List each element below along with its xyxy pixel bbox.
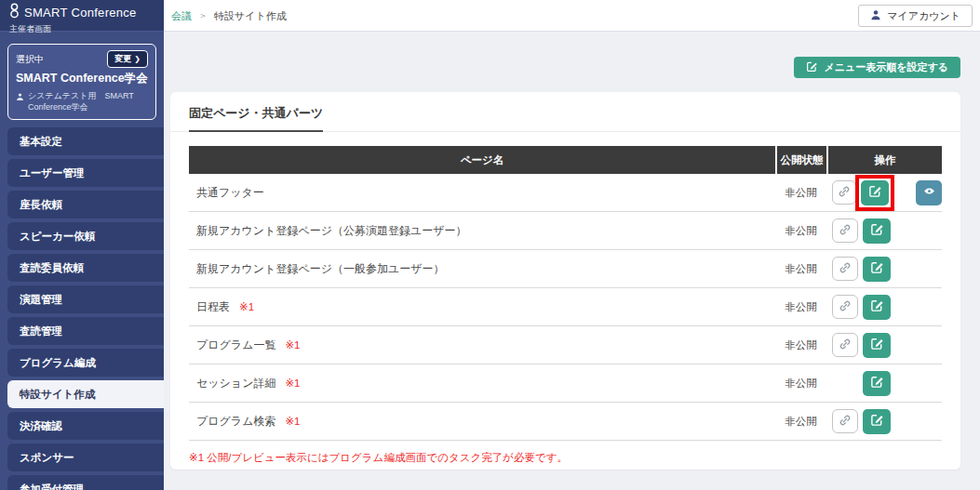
page-name: 共通フッター: [196, 185, 264, 201]
column-header-publish-status: 公開状態: [775, 146, 826, 174]
breadcrumb-current: 特設サイト作成: [214, 9, 287, 23]
link-icon: [839, 414, 852, 430]
sidebar-item-label: 査読管理: [20, 324, 62, 338]
status-badge: 非公開: [785, 415, 817, 429]
edit-button[interactable]: [863, 371, 891, 396]
sidebar-item-0[interactable]: 基本設定: [7, 127, 164, 155]
page-note: ※1: [285, 415, 300, 428]
link-button[interactable]: [832, 409, 858, 433]
change-conference-button[interactable]: 変更 ❯: [107, 50, 148, 68]
edit-button[interactable]: [863, 257, 891, 282]
edit-icon: [870, 298, 884, 315]
sidebar-item-11[interactable]: 参加受付管理: [7, 475, 164, 490]
table-row: 新規アカウント登録ページ（一般参加ユーザー） 非公開: [189, 250, 942, 288]
breadcrumb-link-conference[interactable]: 会議: [171, 9, 192, 23]
panel-title: 固定ページ・共通パーツ: [189, 105, 323, 132]
link-button[interactable]: [832, 295, 858, 319]
link-icon: [839, 299, 852, 315]
user-icon: [16, 90, 24, 113]
preview-button[interactable]: [916, 180, 942, 205]
logo-icon: [9, 3, 20, 22]
edit-button[interactable]: [863, 409, 891, 434]
edit-icon: [870, 222, 884, 239]
breadcrumb: 会議 ＞ 特設サイト作成: [171, 0, 287, 32]
link-icon: [838, 185, 851, 201]
sidebar-item-label: 参加受付管理: [20, 483, 84, 490]
sidebar-item-2[interactable]: 座長依頼: [7, 191, 164, 219]
logo-text: SMART Conference: [24, 6, 137, 20]
footnote: ※1 公開/プレビュー表示にはプログラム編成画面でのタスク完了が必要です。: [189, 451, 942, 465]
sidebar-menu: 基本設定ユーザー管理座長依頼スピーカー依頼査読委員依頼演題管理査読管理プログラム…: [0, 127, 164, 490]
change-button-label: 変更: [114, 53, 131, 65]
page: SMART Conference 主催者画面 選択中 変更 ❯ SMART Co…: [0, 0, 980, 490]
menu-order-button-label: メニュー表示順を設定する: [824, 60, 948, 74]
link-button[interactable]: [832, 180, 856, 205]
edit-button[interactable]: [863, 333, 891, 358]
table-row: セッション詳細 ※1 非公開: [189, 364, 942, 403]
fixed-pages-panel: 固定ページ・共通パーツ ページ名 公開状態 操作 共通フッター 非公開: [170, 92, 960, 470]
sidebar: SMART Conference 主催者画面 選択中 変更 ❯ SMART Co…: [0, 0, 164, 490]
page-note: ※1: [285, 338, 300, 351]
link-button[interactable]: [832, 219, 858, 243]
sidebar-item-label: スポンサー: [20, 451, 74, 465]
edit-button[interactable]: [863, 219, 891, 244]
sidebar-item-label: 特設サイト作成: [20, 388, 95, 402]
account-info: システムテスト用 SMART Conference学会: [16, 90, 148, 113]
page-name: プログラム検索: [196, 414, 275, 430]
table-row: プログラム検索 ※1 非公開: [189, 403, 942, 441]
edit-icon: [870, 260, 884, 277]
table-header: ページ名 公開状態 操作: [189, 146, 942, 174]
edit-icon: [806, 60, 818, 74]
sidebar-item-1[interactable]: ユーザー管理: [7, 159, 164, 187]
sidebar-subtitle: 主催者画面: [9, 23, 154, 35]
table-row: 新規アカウント登録ページ（公募演題登録ユーザー） 非公開: [189, 212, 942, 250]
page-name: 新規アカウント登録ページ（公募演題登録ユーザー）: [196, 223, 467, 239]
status-badge: 非公開: [785, 186, 817, 200]
edit-icon: [870, 375, 884, 391]
sidebar-item-label: スピーカー依頼: [20, 230, 95, 244]
status-badge: 非公開: [785, 300, 817, 314]
link-button[interactable]: [832, 333, 858, 357]
table-body: 共通フッター 非公開: [189, 174, 942, 441]
column-header-operations: 操作: [826, 146, 942, 174]
page-note: ※1: [285, 377, 300, 390]
chevron-right-icon: ❯: [134, 55, 141, 63]
sidebar-item-label: プログラム編成: [20, 356, 96, 370]
edit-button[interactable]: [861, 180, 889, 205]
link-icon: [839, 223, 852, 239]
sidebar-item-10[interactable]: スポンサー: [7, 444, 164, 471]
sidebar-item-6[interactable]: 査読管理: [7, 317, 164, 345]
conference-name: SMART Conference学会: [16, 71, 148, 86]
link-icon: [839, 261, 852, 277]
my-account-label: マイアカウント: [887, 9, 960, 23]
sidebar-item-label: 座長依頼: [20, 198, 62, 212]
sidebar-item-7[interactable]: プログラム編成: [7, 349, 164, 377]
sidebar-item-4[interactable]: 査読委員依頼: [7, 254, 164, 282]
table-row: 共通フッター 非公開: [189, 174, 942, 212]
menu-order-settings-button[interactable]: メニュー表示順を設定する: [794, 57, 960, 78]
sidebar-item-label: 演題管理: [20, 293, 62, 307]
sidebar-item-9[interactable]: 決済確認: [7, 412, 164, 440]
panel-title-wrap: 固定ページ・共通パーツ: [170, 92, 960, 132]
status-badge: 非公開: [785, 377, 817, 391]
table-row: プログラム一覧 ※1 非公開: [189, 326, 942, 364]
link-button[interactable]: [832, 257, 858, 281]
sidebar-item-8[interactable]: 特設サイト作成: [7, 380, 164, 408]
sidebar-item-label: 基本設定: [20, 135, 62, 149]
page-name: 日程表: [196, 299, 230, 315]
breadcrumb-separator: ＞: [198, 9, 208, 22]
sidebar-item-5[interactable]: 演題管理: [7, 285, 164, 313]
column-header-page-name: ページ名: [189, 146, 775, 174]
status-badge: 非公開: [785, 262, 817, 276]
edit-button[interactable]: [863, 295, 891, 320]
page-name: プログラム一覧: [196, 338, 275, 353]
sidebar-header: SMART Conference 主催者画面: [0, 0, 164, 32]
topbar: 会議 ＞ 特設サイト作成 マイアカウント: [164, 0, 980, 32]
status-badge: 非公開: [785, 224, 817, 238]
sidebar-item-3[interactable]: スピーカー依頼: [7, 222, 164, 250]
page-name: セッション詳細: [196, 376, 275, 391]
my-account-button[interactable]: マイアカウント: [858, 5, 973, 27]
sidebar-item-label: 査読委員依頼: [20, 261, 84, 275]
main-content: メニュー表示順を設定する 固定ページ・共通パーツ ページ名 公開状態 操作 共通…: [164, 32, 980, 490]
selection-label: 選択中: [16, 53, 44, 66]
